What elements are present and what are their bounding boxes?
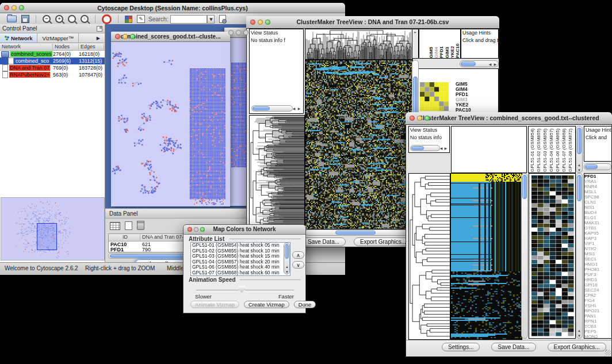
close-button[interactable] (115, 34, 120, 39)
view-status-scrollbar[interactable] (410, 145, 440, 151)
network-list-row[interactable]: combined_scores 2764(0) 16218(0) (0, 51, 105, 58)
treeview2-action-button[interactable]: Save Data... (491, 343, 536, 351)
treeview2-gene-scrollbar[interactable]: ▲ ▼ (576, 173, 583, 339)
scroll-right-icon[interactable]: ▶ (297, 106, 301, 111)
close-button[interactable] (410, 116, 415, 121)
treeview1-array-dendrogram[interactable] (305, 29, 413, 60)
attribute-list-scrollbar[interactable]: ▲ ▼ (284, 243, 290, 274)
treeview2-action-button[interactable]: Export Graphics... (548, 343, 606, 351)
scroll-down-icon[interactable]: ▼ (285, 270, 289, 274)
dialog-action-button[interactable]: Animate Vizmap (190, 301, 239, 308)
treeview2-gene-dendrogram[interactable] (408, 173, 450, 340)
scroll-up-icon[interactable]: ▲ (285, 265, 289, 269)
gene-label: YRA1 (584, 179, 611, 184)
minimize-button[interactable] (194, 227, 198, 232)
scroll-left-icon[interactable]: ◀ (292, 106, 296, 111)
gene-label: GTB1 (584, 225, 611, 231)
move-up-button[interactable]: ∧ (292, 251, 304, 259)
network-list-row[interactable]: combined_sco 2569(6) 13112(15) (0, 58, 105, 64)
zoom-button[interactable] (19, 5, 24, 10)
scroll-right-icon[interactable]: ▶ (493, 62, 498, 67)
treeview1-heatmap[interactable] (305, 60, 413, 229)
close-button[interactable] (188, 227, 192, 232)
tab-vizmapper[interactable]: VizMapper™ (37, 33, 79, 43)
minimize-button[interactable] (258, 20, 263, 25)
vizmap-icon[interactable] (125, 16, 132, 23)
treeview2-heatmap[interactable] (450, 173, 522, 340)
search-dropdown-icon[interactable]: ▼ (207, 15, 215, 24)
treeview1-h-scrollbar[interactable] (305, 229, 412, 236)
zoom-button[interactable] (130, 34, 135, 39)
scroll-down-icon[interactable]: ▼ (577, 168, 582, 173)
search-input[interactable] (170, 15, 207, 24)
attribute-list[interactable]: GPL51-01 (GSM854) heat shock 05 minGPL51… (190, 242, 290, 276)
attribute-list-item[interactable]: GPL51-07 (GSM868) heat shock 60 min (191, 270, 290, 276)
resize-grip-icon[interactable] (605, 350, 611, 355)
usage-hints-scrollbar[interactable] (584, 163, 611, 170)
treeview1-array-scroll-strip[interactable]: ▸ (412, 29, 419, 59)
attribute-select-icon[interactable] (110, 222, 120, 230)
animation-speed-slider-thumb[interactable] (238, 286, 246, 293)
gene-label: FIG4 (584, 298, 611, 303)
dialog-action-button[interactable]: Create Vizmap (244, 301, 289, 308)
scroll-up-icon[interactable]: ▲ (577, 163, 582, 167)
attribute-tool-icon[interactable] (219, 15, 226, 23)
zoom-fit-icon[interactable]: ▫ (81, 15, 89, 23)
float-panel-icon[interactable] (97, 26, 102, 32)
scroll-down-icon[interactable]: ▼ (577, 334, 582, 338)
minimize-button[interactable] (417, 116, 422, 121)
network-list-row[interactable]: RNAPuberNov2+ 563(0) 107847(0) (0, 71, 105, 78)
delete-attribute-icon[interactable] (137, 222, 144, 230)
dialog-action-button[interactable]: Done (294, 301, 316, 308)
zoom-out-icon[interactable]: − (43, 15, 51, 23)
gene-label: ELG1 (584, 215, 611, 220)
annotation-icon[interactable]: ✎ (137, 15, 145, 23)
treeview2-array-dendrogram[interactable] (451, 126, 527, 173)
treeview2-zoom-heatmap[interactable] (531, 175, 574, 338)
array-label: GPL51-07 (GSM868) (561, 127, 568, 172)
scroll-right-icon[interactable]: ▶ (443, 146, 448, 151)
help-icon[interactable] (102, 14, 112, 24)
treeview1-view-status: View Status No status info f ◀ ▶ (249, 29, 304, 114)
scroll-up-icon[interactable]: ▲ (577, 328, 582, 333)
minimize-button[interactable] (12, 5, 17, 10)
tab-overflow-arrow-icon[interactable]: ▶ (92, 33, 105, 43)
network-overview-panel[interactable] (1, 197, 105, 260)
gene-label: MSI1 (584, 251, 611, 256)
treeview2-heatmap-scrollbar[interactable] (521, 173, 528, 339)
move-down-button[interactable]: ∨ (292, 261, 304, 269)
treeview2-action-button[interactable]: Settings... (442, 343, 480, 351)
zoom-button[interactable] (200, 227, 205, 232)
gene-label: MON2 (584, 334, 611, 339)
open-session-icon[interactable] (7, 16, 17, 22)
treeview1-action-button[interactable]: Save Data... (301, 237, 346, 246)
network-canvas[interactable] (111, 42, 230, 206)
zoom-button[interactable] (265, 20, 270, 25)
minimize-button[interactable] (236, 30, 241, 35)
treeview1-summary-matrix[interactable] (420, 82, 449, 111)
view-status-scrollbar[interactable] (251, 105, 293, 112)
zoom-selected-icon[interactable] (68, 15, 76, 23)
network-list-row[interactable]: DNA and Tran 07 769(0) 183728(0) (0, 64, 105, 71)
usage-hints-scrollbar[interactable]: ◀ ▶ (460, 60, 499, 67)
zoom-in-icon[interactable]: + (55, 15, 63, 23)
treeview1-gene-dendrogram[interactable] (249, 115, 305, 229)
close-button[interactable] (4, 5, 9, 10)
scroll-left-icon[interactable]: ◀ (439, 146, 443, 151)
zoom-button[interactable] (424, 116, 430, 121)
array-label: GPL51-01 (GSM854) (530, 127, 536, 172)
treeview1-usage-hints: Usage Hints Click and drag to (461, 29, 499, 59)
tab-network[interactable]: Network (0, 33, 37, 43)
save-session-icon[interactable] (21, 15, 29, 23)
treeview1-action-button[interactable]: Export Graphics... (354, 237, 412, 246)
treeview2-label-scrollbar[interactable]: ▲ ▼ (576, 126, 583, 173)
close-button[interactable] (250, 20, 255, 25)
minimize-button[interactable] (123, 34, 128, 39)
close-button[interactable] (228, 30, 234, 35)
new-attribute-icon[interactable] (125, 221, 132, 230)
main-titlebar[interactable]: Cytoscape Desktop (Session Name: collins… (0, 3, 345, 13)
scroll-left-icon[interactable]: ◀ (488, 62, 492, 67)
zoom-button[interactable] (243, 30, 248, 35)
treeview2-window: ClusterMaker TreeView : combined_scores_… (406, 112, 612, 357)
gene-label: HAP3 (584, 236, 611, 241)
